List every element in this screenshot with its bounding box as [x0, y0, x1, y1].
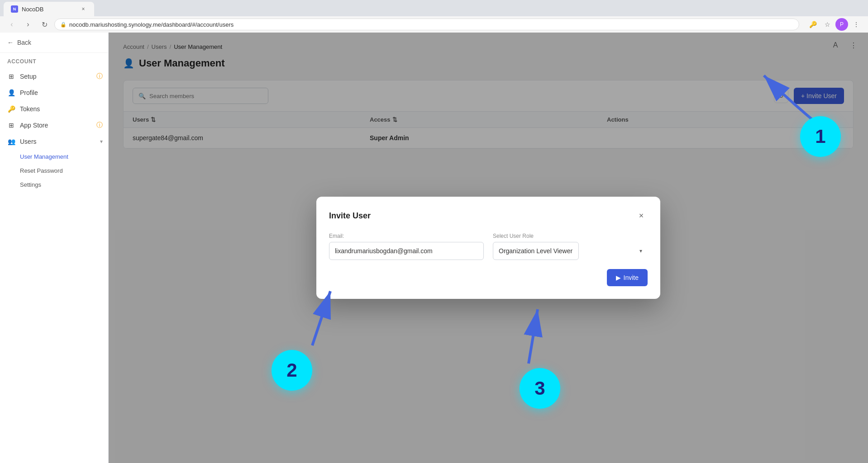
- forward-btn[interactable]: ›: [22, 18, 34, 31]
- sidebar-sub-item-user-management[interactable]: User Management: [0, 150, 108, 164]
- setup-icon: ⊞: [7, 73, 15, 80]
- reload-btn[interactable]: ↻: [38, 18, 51, 31]
- sidebar-item-appstore[interactable]: ⊞ App Store ⓘ: [0, 117, 108, 133]
- tab-favicon: N: [11, 5, 18, 13]
- sidebar-section-label: Account: [0, 53, 108, 68]
- sidebar-item-profile[interactable]: 👤 Profile: [0, 85, 108, 101]
- email-label: Email:: [329, 233, 484, 239]
- tab-title: NocoDB: [22, 6, 43, 13]
- app-layout: ← Back Account ⊞ Setup ⓘ 👤 Profile 🔑 Tok…: [0, 33, 868, 463]
- sidebar-sub-label-user-management: User Management: [20, 153, 68, 160]
- sidebar-sub-item-reset-password[interactable]: Reset Password: [0, 164, 108, 178]
- browser-toolbar: ‹ › ↻ 🔒 nocodb.mariushosting.synology.me…: [0, 16, 868, 33]
- tokens-icon: 🔑: [7, 105, 15, 113]
- users-chevron-icon: ▾: [100, 138, 103, 145]
- tab-close-btn[interactable]: ×: [80, 5, 87, 13]
- modal-header: Invite User ×: [329, 209, 648, 222]
- url-text: nocodb.mariushosting.synology.me/dashboa…: [69, 21, 234, 28]
- sidebar-item-label-appstore: App Store: [20, 122, 48, 129]
- main-content: A ⋮ Account / Users / User Management 👤 …: [109, 33, 868, 463]
- role-field: Select User Role Organization Level View…: [493, 233, 648, 260]
- modal-invite-btn[interactable]: ▶ Invite: [607, 269, 648, 286]
- role-select-wrapper: Organization Level Viewer Super Admin Ad…: [493, 242, 648, 260]
- setup-badge: ⓘ: [96, 72, 103, 80]
- modal-title: Invite User: [329, 211, 371, 221]
- back-label: Back: [17, 39, 31, 46]
- menu-btn[interactable]: ⋮: [850, 18, 863, 31]
- modal-form: Email: Select User Role Organization Lev…: [329, 233, 648, 260]
- back-btn[interactable]: ‹: [5, 18, 18, 31]
- address-bar[interactable]: 🔒 nocodb.mariushosting.synology.me/dashb…: [54, 19, 799, 30]
- sidebar-sub-label-settings: Settings: [20, 181, 41, 188]
- modal-footer: ▶ Invite: [329, 269, 648, 286]
- modal-close-btn[interactable]: ×: [635, 209, 648, 222]
- active-tab[interactable]: N NocoDB ×: [4, 2, 94, 16]
- profile-icon: 👤: [7, 89, 15, 96]
- lock-icon: 🔒: [60, 22, 67, 28]
- sidebar-item-label-profile: Profile: [20, 89, 38, 96]
- appstore-badge: ⓘ: [96, 121, 103, 129]
- tab-bar: N NocoDB ×: [0, 0, 868, 16]
- invite-user-modal: Invite User × Email: Select User Role Or…: [316, 197, 660, 299]
- role-label: Select User Role: [493, 233, 648, 239]
- sidebar-sub-label-reset-password: Reset Password: [20, 167, 63, 174]
- sidebar-sub-item-settings[interactable]: Settings: [0, 178, 108, 192]
- browser-chrome: N NocoDB × ‹ › ↻ 🔒 nocodb.mariushosting.…: [0, 0, 868, 33]
- modal-overlay[interactable]: Invite User × Email: Select User Role Or…: [109, 33, 868, 463]
- email-input[interactable]: [329, 242, 484, 260]
- sidebar-item-label-tokens: Tokens: [20, 105, 40, 113]
- modal-invite-label: Invite: [624, 274, 639, 281]
- sidebar-item-tokens[interactable]: 🔑 Tokens: [0, 101, 108, 117]
- appstore-icon: ⊞: [7, 122, 15, 129]
- password-manager-btn[interactable]: 🔑: [806, 18, 819, 31]
- email-field: Email:: [329, 233, 484, 260]
- sidebar-item-users[interactable]: 👥 Users ▾: [0, 133, 108, 150]
- bookmark-btn[interactable]: ☆: [821, 18, 834, 31]
- role-select[interactable]: Organization Level Viewer Super Admin Ad…: [493, 242, 579, 260]
- modal-invite-icon: ▶: [616, 274, 621, 281]
- sidebar-item-setup[interactable]: ⊞ Setup ⓘ: [0, 68, 108, 85]
- profile-avatar-btn[interactable]: P: [835, 18, 848, 31]
- browser-actions: 🔑 ☆ P ⋮: [806, 18, 863, 31]
- users-icon: 👥: [7, 138, 15, 145]
- back-btn[interactable]: ← Back: [0, 33, 108, 53]
- sidebar-item-label-users: Users: [20, 138, 37, 145]
- back-arrow-icon: ←: [7, 39, 14, 46]
- sidebar-item-label-setup: Setup: [20, 73, 37, 80]
- sidebar: ← Back Account ⊞ Setup ⓘ 👤 Profile 🔑 Tok…: [0, 33, 109, 463]
